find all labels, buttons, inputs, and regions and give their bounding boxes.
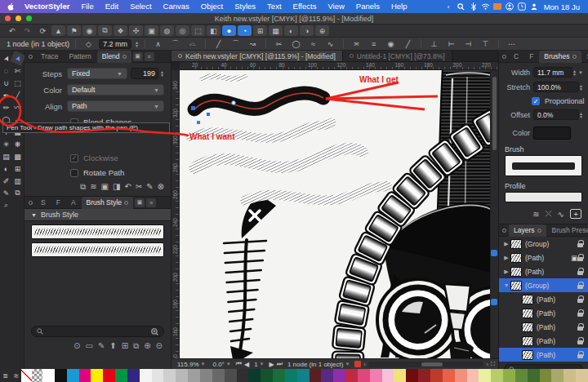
wifi-icon[interactable] bbox=[479, 0, 492, 13]
tab-c[interactable]: C bbox=[509, 51, 523, 63]
bluetooth-icon[interactable] bbox=[467, 0, 479, 13]
brush-style-action-icon-0[interactable]: ⊙ bbox=[74, 341, 80, 351]
color-swatch-40[interactable] bbox=[528, 369, 540, 382]
toolbar-icon-7[interactable]: ❖ bbox=[114, 25, 127, 36]
fullscreen-icon[interactable]: ⛶ bbox=[491, 361, 495, 367]
options-icon-1-2[interactable]: ↝ bbox=[246, 38, 260, 49]
toolbar-icon-20[interactable]: ⊕ bbox=[315, 25, 329, 36]
brush-style-action-icon-2[interactable]: ✎ bbox=[98, 341, 105, 351]
color-swatch-33[interactable] bbox=[443, 369, 455, 382]
brush-style-item[interactable] bbox=[31, 242, 164, 257]
color-swatch-9[interactable] bbox=[152, 369, 164, 382]
toolbar-icon-2[interactable]: ⟳ bbox=[36, 25, 50, 36]
menu-item-file[interactable]: File bbox=[75, 0, 99, 13]
tool-grid[interactable]: ⊞ bbox=[12, 162, 24, 175]
color-swatch-7[interactable] bbox=[127, 369, 140, 382]
panel-collapse-icon[interactable] bbox=[26, 197, 35, 209]
color-swatch-13[interactable] bbox=[200, 369, 212, 382]
layer-lock-icon[interactable] bbox=[577, 309, 585, 317]
options-icon-4-2[interactable]: ⊣ bbox=[461, 38, 475, 49]
tool-wave[interactable]: 〰 bbox=[12, 101, 24, 113]
menu-item-effects[interactable]: Effects bbox=[287, 0, 323, 13]
rotation-select[interactable]: 0.0°▼ bbox=[211, 361, 234, 368]
options-icon-2-1[interactable]: ◯ bbox=[289, 38, 303, 49]
menu-item-styles[interactable]: Styles bbox=[229, 0, 261, 13]
toolbar-icon-0[interactable]: ↶ bbox=[5, 25, 19, 36]
tool-star[interactable]: ✳ bbox=[1, 138, 12, 150]
scroll-right-button[interactable]: › bbox=[486, 361, 488, 368]
layer-row-8[interactable]: (Path) bbox=[499, 348, 588, 362]
toolbar-icon-5[interactable]: ◉ bbox=[82, 25, 96, 36]
color-swatch-0[interactable] bbox=[42, 369, 55, 382]
tab-trace[interactable]: Trace bbox=[36, 51, 63, 63]
tool-gradient[interactable]: ▤ bbox=[1, 150, 12, 162]
options-icon-3-0[interactable]: ≍ bbox=[350, 38, 363, 49]
tab-layers[interactable]: Layers bbox=[509, 224, 546, 237]
rotate-path-checkbox[interactable] bbox=[70, 169, 78, 177]
panel-add-button[interactable]: ▣ bbox=[133, 52, 143, 61]
clockwise-checkbox[interactable]: ✓ bbox=[70, 154, 78, 162]
blend-action-icon-3[interactable]: ◨ bbox=[113, 182, 120, 192]
page-select[interactable]: 1▼ bbox=[252, 361, 266, 368]
brushes-action-icon-1[interactable]: ⤬ bbox=[546, 209, 552, 219]
offset-field[interactable]: 0.0% bbox=[533, 109, 579, 120]
options-icon-0-1[interactable]: ⌒ bbox=[168, 38, 182, 49]
toolbar-icon-16[interactable]: ⊞ bbox=[253, 25, 267, 36]
object-info-select[interactable]: 1 node (in 1 object)▼ bbox=[285, 361, 352, 368]
tool-zoom[interactable]: ⌕ bbox=[1, 199, 12, 211]
color-swatch-44[interactable] bbox=[576, 369, 588, 382]
color-swatch-23[interactable] bbox=[321, 369, 333, 382]
color-swatch-36[interactable] bbox=[479, 369, 491, 382]
layer-row-7[interactable]: (Path) bbox=[499, 334, 588, 348]
tool-pages[interactable]: ⧉ bbox=[12, 187, 24, 199]
options-icon-2-0[interactable]: ✂ bbox=[272, 38, 286, 49]
chevron-left-icon[interactable]: ‹ bbox=[443, 0, 455, 13]
tool-pattern[interactable]: ▩ bbox=[12, 150, 24, 162]
color-swatch-8[interactable] bbox=[140, 369, 152, 382]
layer-lock-icon[interactable] bbox=[577, 337, 585, 344]
size-stepper[interactable]: ▲▼ bbox=[135, 41, 139, 47]
color-swatch-25[interactable] bbox=[345, 369, 358, 382]
toolbar-icon-13[interactable]: ◧ bbox=[207, 25, 220, 36]
blend-action-icon-6[interactable]: ✎ bbox=[146, 182, 153, 192]
color-warning-icon[interactable] bbox=[354, 361, 361, 367]
options-icon-1-1[interactable]: ⌒ bbox=[229, 38, 243, 49]
menu-item-panels[interactable]: Panels bbox=[350, 0, 385, 13]
account-icon[interactable] bbox=[528, 0, 541, 13]
brush-style-action-icon-5[interactable]: ⧉ bbox=[133, 341, 139, 351]
color-swatch-24[interactable] bbox=[333, 369, 345, 382]
color-select[interactable]: Default▼ bbox=[67, 84, 164, 96]
layer-row-1[interactable]: ▶(Path)▣ bbox=[499, 251, 588, 264]
color-swatch-4[interactable] bbox=[91, 369, 103, 382]
brush-style-group-header[interactable]: ▼ Brush Style bbox=[24, 209, 171, 221]
clock-icon[interactable] bbox=[516, 0, 528, 13]
color-swatch-14[interactable] bbox=[212, 369, 225, 382]
toolbar-icon-3[interactable]: ▲ bbox=[51, 25, 65, 36]
color-swatch-27[interactable] bbox=[370, 369, 382, 382]
options-icon-0-2[interactable]: ⌓ bbox=[185, 38, 199, 49]
layer-lock-icon[interactable] bbox=[577, 268, 585, 275]
options-icon-2-2[interactable]: ≈ bbox=[306, 38, 320, 49]
color-swatch-38[interactable] bbox=[503, 369, 515, 382]
color-swatch-32[interactable] bbox=[430, 369, 443, 382]
layer-expand-caret[interactable]: ▶ bbox=[502, 255, 510, 261]
toolbar-icon-10[interactable]: ◍ bbox=[160, 25, 174, 36]
toolbar-icon-6[interactable]: ⧉ bbox=[98, 25, 112, 36]
menu-item-text[interactable]: Text bbox=[261, 0, 287, 13]
layer-row-4[interactable]: (Path) bbox=[499, 292, 588, 306]
options-icon-3-3[interactable]: ╱ bbox=[401, 38, 415, 49]
color-swatch-6[interactable] bbox=[115, 369, 127, 382]
layer-lock-icon[interactable] bbox=[577, 351, 585, 358]
stretch-field[interactable]: 100.0% bbox=[533, 82, 579, 92]
steps-select[interactable]: Fixed▼ bbox=[67, 68, 127, 79]
color-swatch-29[interactable] bbox=[394, 369, 406, 382]
document-tab-1[interactable]: Untitled-1 [CMYK] [@73.8%] bbox=[343, 51, 452, 61]
tab-close-icon[interactable] bbox=[178, 54, 182, 58]
size-field[interactable]: 7.2 mm bbox=[99, 39, 131, 49]
color-swatch-35[interactable] bbox=[467, 369, 479, 382]
tab-s[interactable]: S bbox=[36, 197, 51, 209]
first-page-button[interactable]: ⏮ bbox=[236, 360, 242, 368]
brush-style-action-icon-3[interactable]: ⬆ bbox=[109, 341, 116, 351]
color-swatch-31[interactable] bbox=[418, 369, 430, 382]
no-color-swatch[interactable] bbox=[21, 369, 32, 382]
